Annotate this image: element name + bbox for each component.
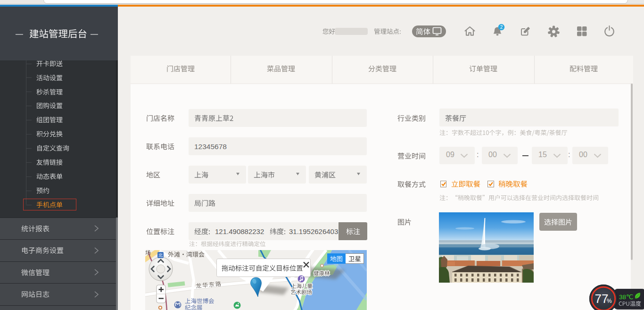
svg-text:2: 2	[500, 25, 503, 30]
